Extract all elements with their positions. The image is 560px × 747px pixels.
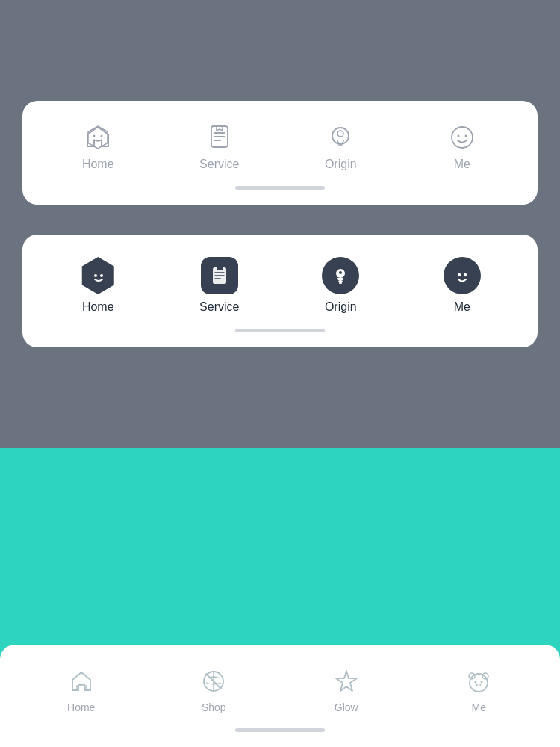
scroll-indicator-1 — [235, 186, 325, 190]
nav-item-service-light[interactable]: Service — [190, 123, 249, 171]
svg-rect-21 — [338, 281, 343, 282]
svg-point-24 — [458, 273, 461, 276]
nav-item-me-teal[interactable]: Me — [449, 667, 508, 713]
me-label-teal: Me — [472, 701, 486, 713]
me-label-dark: Me — [454, 300, 470, 314]
origin-icon-dark — [322, 257, 359, 294]
me-label-light: Me — [454, 158, 470, 171]
nav-items-light: Home Service — [37, 123, 523, 171]
nav-item-me-light[interactable]: Me — [432, 123, 492, 171]
svg-point-13 — [464, 135, 467, 137]
nav-item-home-dark[interactable]: Home — [68, 257, 128, 314]
me-icon-dark — [444, 257, 481, 294]
nav-items-dark: Home Service — [37, 257, 523, 314]
home-icon — [84, 123, 112, 152]
home-label-dark: Home — [82, 300, 114, 314]
shop-label-teal: Shop — [202, 701, 226, 713]
nav-card-teal: Home Shop — [0, 645, 560, 747]
origin-label-light: Origin — [325, 158, 357, 171]
svg-point-34 — [481, 681, 483, 684]
scroll-indicator-2 — [235, 329, 325, 332]
nav-items-teal: Home Shop — [15, 667, 545, 713]
svg-marker-29 — [336, 671, 357, 691]
nav-item-origin-light[interactable]: Origin — [311, 123, 370, 171]
origin-icon — [326, 123, 355, 152]
svg-point-12 — [457, 135, 459, 137]
svg-point-33 — [475, 681, 477, 684]
me-icon — [448, 123, 476, 152]
home-label-teal: Home — [67, 701, 95, 713]
service-label-light: Service — [199, 158, 239, 171]
home-icon-dark — [79, 257, 116, 294]
nav-item-me-dark[interactable]: Me — [432, 257, 492, 314]
svg-point-1 — [93, 135, 96, 137]
svg-point-25 — [464, 273, 467, 276]
svg-point-10 — [337, 131, 343, 137]
service-label-dark: Service — [199, 300, 239, 314]
top-section: Home Service — [0, 0, 560, 448]
nav-item-shop-teal[interactable]: Shop — [184, 667, 243, 713]
service-icon — [205, 123, 234, 152]
nav-card-dark: Home Service — [22, 235, 538, 347]
home-label-light: Home — [82, 158, 114, 171]
nav-item-service-dark[interactable]: Service — [190, 257, 249, 314]
origin-label-dark: Origin — [325, 300, 357, 314]
nav-card-light: Home Service — [22, 101, 538, 205]
svg-marker-0 — [88, 126, 108, 149]
home-icon-teal — [67, 667, 96, 695]
svg-point-14 — [94, 274, 97, 277]
me-icon-teal — [464, 667, 493, 695]
svg-point-11 — [452, 127, 473, 148]
nav-item-home-light[interactable]: Home — [68, 123, 128, 171]
nav-item-home-teal[interactable]: Home — [52, 667, 111, 713]
svg-point-30 — [470, 674, 488, 692]
scroll-indicator-3 — [235, 728, 325, 732]
svg-point-15 — [100, 274, 103, 277]
bottom-section: Home Shop — [0, 448, 560, 747]
nav-item-glow-teal[interactable]: Glow — [317, 667, 376, 713]
glow-icon-teal — [332, 667, 361, 695]
nav-item-origin-dark[interactable]: Origin — [311, 257, 370, 314]
svg-point-35 — [477, 684, 481, 686]
svg-point-2 — [101, 135, 103, 137]
shop-icon-teal — [199, 667, 228, 695]
svg-point-23 — [339, 271, 342, 274]
service-icon-dark — [201, 257, 238, 294]
svg-rect-22 — [339, 282, 342, 284]
glow-label-teal: Glow — [335, 701, 358, 713]
